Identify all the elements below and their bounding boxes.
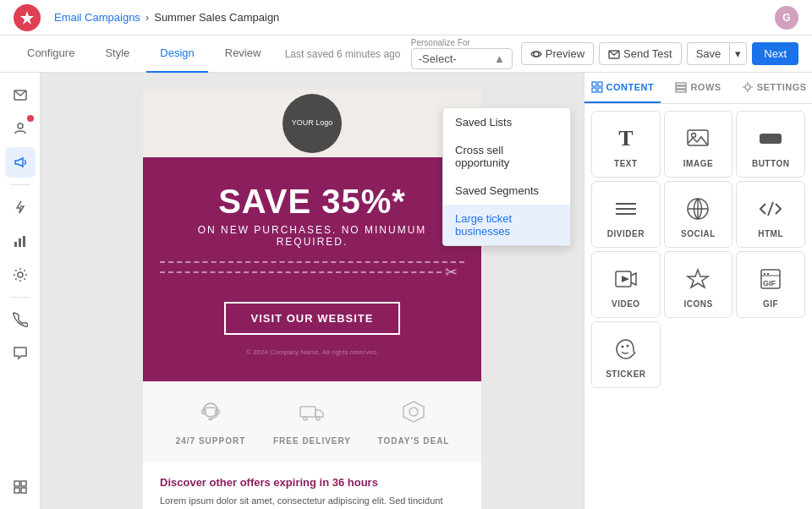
content-item-video[interactable]: VIDEO bbox=[591, 251, 661, 318]
content-item-divider[interactable]: DIVIDER bbox=[591, 181, 661, 248]
left-sidebar bbox=[0, 73, 41, 509]
content-grid: T TEXT IMAGE BUTTON bbox=[584, 104, 812, 395]
content-item-social[interactable]: SOCIAL bbox=[664, 181, 733, 248]
dropdown-item-saved-segments[interactable]: Saved Segments bbox=[443, 177, 570, 205]
sidebar-divider-2 bbox=[10, 297, 30, 298]
sidebar-icon-analytics[interactable] bbox=[5, 226, 36, 256]
image-content-icon bbox=[683, 123, 713, 154]
email-canvas: YOUR Logo SAVE 35%* ON NEW PURCHASES. NO… bbox=[143, 90, 481, 492]
save-dropdown-button[interactable]: ▾ bbox=[729, 42, 747, 65]
feature-deal-label: TODAY'S DEAL bbox=[363, 436, 464, 446]
deal-icon bbox=[363, 398, 464, 431]
right-panel-tabs: CONTENT ROWS SETTINGS bbox=[584, 73, 812, 104]
sidebar-icon-chat[interactable] bbox=[5, 338, 36, 369]
content-item-button[interactable]: BUTTON bbox=[736, 111, 805, 178]
support-icon bbox=[160, 398, 261, 431]
feature-delivery: FREE DELIVERY bbox=[261, 398, 363, 446]
right-panel: CONTENT ROWS SETTINGS T TEXT bbox=[584, 73, 812, 509]
tab-style[interactable]: Style bbox=[91, 36, 143, 73]
user-avatar[interactable]: G bbox=[775, 6, 798, 30]
svg-point-8 bbox=[18, 272, 23, 277]
tab-controls-row: Configure Style Design Review Last saved… bbox=[0, 36, 812, 73]
personalize-label: Personalize For bbox=[411, 39, 470, 47]
promo-footer-text: © 2024 Company Name. All rights reserved… bbox=[160, 348, 464, 356]
svg-point-48 bbox=[626, 345, 628, 348]
right-tab-rows[interactable]: ROWS bbox=[661, 73, 737, 103]
svg-rect-5 bbox=[14, 242, 17, 247]
sidebar-icon-megaphone[interactable] bbox=[5, 147, 36, 178]
sidebar-icon-phone[interactable] bbox=[5, 304, 36, 335]
divider-content-icon bbox=[611, 194, 641, 224]
delivery-icon bbox=[261, 398, 363, 431]
svg-rect-16 bbox=[208, 419, 212, 420]
content-item-gif-label: GIF bbox=[763, 299, 778, 309]
content-item-gif[interactable]: GIF GIF bbox=[736, 251, 805, 318]
scissors-icon: ✂ bbox=[445, 263, 458, 282]
svg-marker-41 bbox=[688, 270, 708, 287]
dropdown-item-cross-sell[interactable]: Cross sell opportunity bbox=[443, 136, 570, 177]
svg-line-38 bbox=[768, 202, 773, 216]
next-button[interactable]: Next bbox=[752, 42, 798, 65]
sidebar-icon-settings[interactable] bbox=[5, 260, 36, 290]
breadcrumb-separator: › bbox=[145, 11, 149, 24]
social-content-icon bbox=[683, 194, 713, 224]
svg-text:GIF: GIF bbox=[763, 279, 776, 287]
icons-content-icon bbox=[683, 264, 713, 294]
svg-marker-40 bbox=[622, 276, 629, 282]
text-section-title: Discover other offers expiring in 36 hou… bbox=[160, 476, 464, 489]
tab-configure[interactable]: Configure bbox=[14, 36, 88, 73]
brand-logo bbox=[14, 4, 41, 31]
breadcrumb-parent[interactable]: Email Campaigns bbox=[54, 11, 140, 24]
svg-rect-12 bbox=[21, 488, 26, 493]
sidebar-icon-grid[interactable] bbox=[5, 472, 36, 502]
content-item-html[interactable]: HTML bbox=[736, 181, 805, 248]
svg-rect-6 bbox=[19, 238, 21, 247]
dropdown-item-saved-lists[interactable]: Saved Lists bbox=[443, 108, 570, 136]
sidebar-icon-campaigns[interactable] bbox=[5, 79, 36, 110]
preview-button[interactable]: Preview bbox=[521, 42, 594, 65]
svg-rect-17 bbox=[300, 407, 315, 417]
svg-rect-44 bbox=[764, 273, 765, 275]
personalize-select[interactable]: -Select- ▲ bbox=[411, 48, 513, 69]
email-text-section: Discover other offers expiring in 36 hou… bbox=[143, 462, 481, 509]
content-item-html-label: HTML bbox=[758, 229, 783, 238]
save-button[interactable]: Save bbox=[687, 42, 730, 65]
svg-marker-0 bbox=[20, 11, 34, 25]
svg-rect-22 bbox=[598, 82, 602, 86]
promo-button[interactable]: VISIT OUR WEBSITE bbox=[160, 295, 464, 335]
send-test-button[interactable]: Send Test bbox=[599, 42, 682, 65]
button-content-icon bbox=[755, 123, 786, 154]
mail-icon bbox=[608, 48, 620, 60]
sidebar-icon-lightning[interactable] bbox=[5, 192, 36, 222]
tab-area-wrapper: Configure Style Design Review Last saved… bbox=[0, 36, 812, 73]
content-item-icons[interactable]: ICONS bbox=[664, 251, 733, 318]
content-item-text[interactable]: T TEXT bbox=[591, 111, 661, 178]
right-tab-content[interactable]: CONTENT bbox=[584, 73, 661, 103]
dropdown-item-large-ticket[interactable]: Large ticket businesses bbox=[443, 205, 570, 245]
settings-icon bbox=[742, 81, 754, 93]
tab-review[interactable]: Review bbox=[211, 36, 275, 73]
action-buttons: Preview Send Test Save ▾ Next bbox=[521, 42, 798, 65]
sidebar-divider-1 bbox=[10, 184, 30, 185]
right-tab-settings[interactable]: SETTINGS bbox=[736, 73, 812, 103]
tab-design[interactable]: Design bbox=[146, 36, 207, 73]
personalize-caret: ▲ bbox=[494, 52, 505, 65]
svg-rect-7 bbox=[23, 236, 25, 247]
promo-subtitle: ON NEW PURCHASES. NO MINUMUM REQUIRED. bbox=[160, 224, 464, 248]
content-item-divider-label: DIVIDER bbox=[607, 229, 645, 238]
content-item-sticker[interactable]: STICKER bbox=[591, 321, 661, 388]
content-item-image-label: IMAGE bbox=[683, 159, 713, 168]
grid-icon bbox=[591, 81, 603, 93]
svg-rect-9 bbox=[14, 481, 19, 486]
content-item-image[interactable]: IMAGE bbox=[664, 111, 733, 178]
email-features: 24/7 SUPPORT FREE DELIVERY TODAY'S DEAL bbox=[143, 381, 481, 462]
content-item-sticker-label: STICKER bbox=[606, 369, 645, 379]
eye-icon bbox=[530, 48, 542, 60]
save-button-group: Save ▾ bbox=[687, 42, 748, 65]
sidebar-icon-contacts[interactable] bbox=[5, 113, 36, 144]
feature-support-label: 24/7 SUPPORT bbox=[160, 436, 261, 446]
promo-title: SAVE 35%* bbox=[160, 183, 464, 221]
svg-rect-25 bbox=[676, 83, 686, 85]
top-navigation: Email Campaigns › Summer Sales Campaign … bbox=[0, 0, 812, 36]
svg-rect-24 bbox=[598, 88, 602, 92]
